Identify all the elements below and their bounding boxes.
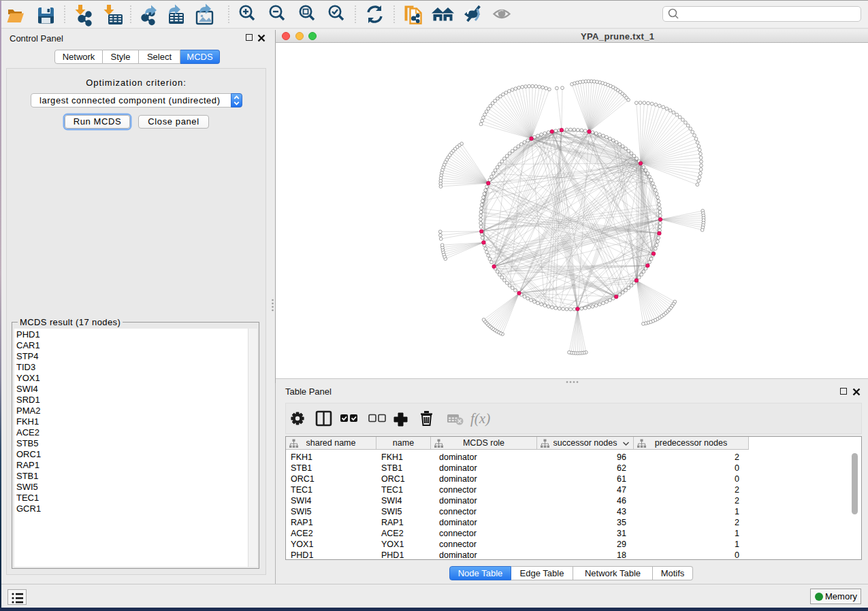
svg-text:f(x): f(x) [470,410,490,427]
